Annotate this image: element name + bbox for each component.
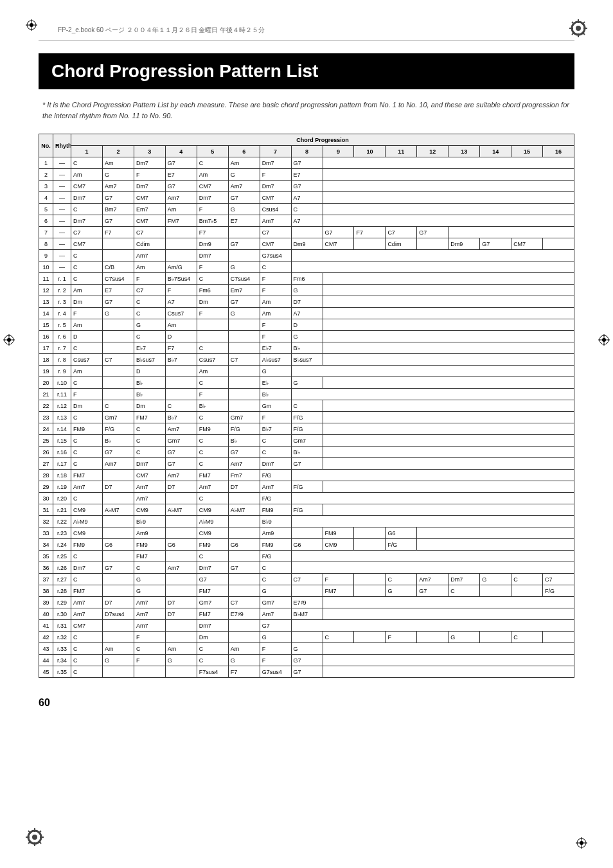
cell-no: 17 — [39, 342, 53, 354]
table-row: 36r.26Dm7G7CAm7Dm7G7C — [39, 562, 574, 574]
cell-chord — [102, 666, 134, 678]
table-row: 40r.30Am7D7sus4Am7D7FM7E7♯9Am7B♭M7 — [39, 608, 574, 620]
cell-chord: Dm7 — [197, 562, 228, 574]
cell-chord: A♭M9 — [197, 516, 228, 527]
cell-chord: C — [71, 261, 103, 273]
cell-chord: D7 — [228, 481, 260, 493]
cell-chord: B♭9 — [134, 516, 165, 527]
cell-chord: Am7 — [228, 181, 260, 192]
cell-chord: C — [197, 157, 228, 169]
cell-chord: FM7 — [71, 470, 103, 481]
cell-chord: FM7 — [197, 470, 228, 481]
cell-chord — [228, 585, 260, 597]
cell-rhythm: r. 8 — [53, 354, 71, 366]
cell-rhythm: — — [53, 261, 71, 273]
cell-chord: Am — [260, 296, 291, 308]
table-row: 17r. 7CE♭7F7CE♭7B♭ — [39, 342, 574, 354]
cell-empty — [291, 366, 574, 377]
cell-chord: Am7 — [71, 597, 103, 608]
cell-chord: C — [197, 447, 228, 458]
cell-no: 16 — [39, 331, 53, 342]
cell-rhythm: r.29 — [53, 597, 71, 608]
header-rule — [39, 40, 574, 40]
table-row: 7—C7F7C7F7C7G7F7C7G7 — [39, 227, 574, 238]
cell-empty — [323, 481, 574, 493]
cell-chord: C7 — [260, 227, 291, 238]
cell-chord: Am7 — [134, 620, 165, 632]
cell-chord: Dm9 — [197, 238, 228, 250]
col-step: 1 — [71, 146, 103, 157]
cell-chord: C — [71, 551, 103, 562]
cell-chord: C — [71, 204, 103, 215]
crop-mark-icon — [3, 334, 15, 346]
cell-chord: CM7 — [134, 215, 165, 227]
cell-chord: C — [197, 458, 228, 470]
cell-chord: B♭7 — [165, 354, 197, 366]
cell-rhythm: r. 2 — [53, 285, 71, 296]
cell-chord: Dm7 — [134, 458, 165, 470]
table-row: 33r.23CM9Am9CM9Am9FM9G6 — [39, 527, 574, 539]
cell-chord: Am/G — [165, 261, 197, 273]
cell-chord: A7 — [291, 308, 323, 319]
table-row: 30r.20CAm7CF/G — [39, 493, 574, 504]
cell-chord: Am — [228, 643, 260, 655]
cell-chord: Em7 — [134, 204, 165, 215]
cell-chord — [480, 585, 511, 597]
cell-chord: C/B — [102, 261, 134, 273]
col-chord-progression: Chord Progression — [71, 134, 574, 146]
cell-chord — [228, 227, 260, 238]
cell-chord: Dm7 — [260, 181, 291, 192]
cell-chord: C — [71, 250, 103, 261]
cell-chord: Am — [134, 261, 165, 273]
table-row: 2—AmGFE7AmGFE7 — [39, 169, 574, 181]
table-row: 21r.11FB♭FB♭ — [39, 389, 574, 400]
cell-empty — [291, 562, 574, 574]
cell-chord — [354, 632, 386, 643]
cell-chord: B♭ — [228, 435, 260, 447]
cell-chord: Gm7 — [291, 435, 323, 447]
cell-chord — [228, 331, 260, 342]
cell-chord: G6 — [228, 539, 260, 551]
cell-empty — [449, 227, 574, 238]
cell-chord — [354, 574, 386, 585]
cell-chord: C — [260, 562, 291, 574]
col-step: 9 — [323, 146, 354, 157]
cell-chord: CM7 — [323, 238, 354, 250]
cell-chord: G7 — [165, 447, 197, 458]
cell-no: 44 — [39, 655, 53, 666]
cell-chord — [165, 527, 197, 539]
cell-chord: G — [480, 574, 511, 585]
cell-chord: Am — [71, 319, 103, 331]
cell-rhythm: r.21 — [53, 504, 71, 516]
cell-chord: G — [386, 585, 417, 597]
cell-chord — [165, 250, 197, 261]
cell-chord: CM7 — [134, 192, 165, 204]
cell-chord — [165, 620, 197, 632]
cell-chord: Dm7 — [260, 157, 291, 169]
cell-chord: Gm7 — [197, 597, 228, 608]
cell-chord — [228, 632, 260, 643]
cell-chord: G7 — [228, 562, 260, 574]
cell-chord: F — [260, 319, 291, 331]
cell-chord — [102, 319, 134, 331]
cell-rhythm: r. 5 — [53, 319, 71, 331]
cell-empty — [323, 435, 574, 447]
cell-rhythm: — — [53, 157, 71, 169]
cell-chord: B♭sus7 — [134, 354, 165, 366]
cell-no: 23 — [39, 412, 53, 423]
cell-chord: Am7 — [165, 470, 197, 481]
cell-chord — [197, 319, 228, 331]
table-row: 27r.17CAm7Dm7G7CAm7Dm7G7 — [39, 458, 574, 470]
cell-chord: Am9 — [134, 527, 165, 539]
cell-chord: F/G — [291, 423, 323, 435]
cell-chord: C — [71, 655, 103, 666]
cell-chord: C — [71, 342, 103, 354]
cell-chord: Am7 — [165, 192, 197, 204]
cell-chord: G7 — [323, 227, 354, 238]
cell-chord: G — [228, 308, 260, 319]
cell-chord: A7 — [291, 192, 323, 204]
cell-chord: G7 — [228, 238, 260, 250]
cell-chord: D7 — [165, 597, 197, 608]
cell-chord: FM7 — [323, 585, 354, 597]
cell-no: 6 — [39, 215, 53, 227]
